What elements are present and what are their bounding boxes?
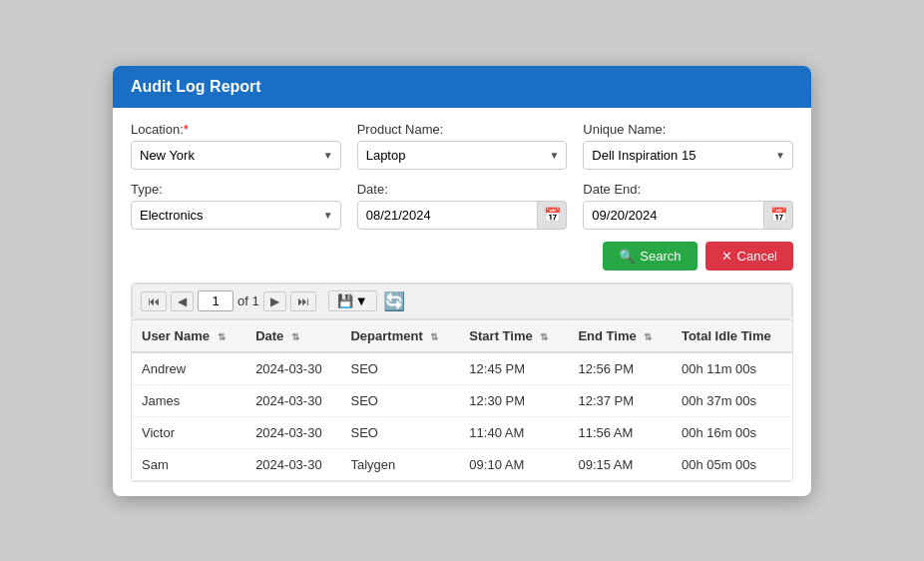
- col-total-idle-time: Total Idle Time: [672, 319, 792, 352]
- cell-start_time: 09:10 AM: [459, 448, 568, 480]
- export-dropdown-icon: ▼: [355, 293, 368, 308]
- export-button[interactable]: 💾 ▼: [328, 290, 377, 311]
- date-end-input[interactable]: [583, 201, 793, 230]
- cell-department: SEO: [340, 384, 459, 416]
- date-end-label: Date End:: [583, 182, 793, 197]
- product-name-select-wrapper: Laptop Desktop Tablet: [357, 141, 568, 170]
- prev-page-button[interactable]: ◀: [171, 291, 194, 311]
- date-label: Date:: [357, 182, 568, 197]
- cell-end_time: 11:56 AM: [568, 416, 671, 448]
- location-group: Location:* New York Los Angeles Chicago: [131, 122, 341, 170]
- sort-icon-start-time: ⇅: [540, 331, 548, 342]
- unique-name-label: Unique Name:: [583, 122, 793, 137]
- location-label: Location:*: [131, 122, 341, 137]
- date-calendar-icon[interactable]: 📅: [537, 201, 567, 230]
- type-select-wrapper: Electronics Software Hardware: [131, 201, 341, 230]
- unique-name-select-wrapper: Dell Inspiration 15 HP Pavilion MacBook …: [583, 141, 793, 170]
- cell-username: Victor: [132, 416, 245, 448]
- required-marker: *: [184, 122, 189, 137]
- pagination-bar: ⏮ ◀ of 1 ▶ ⏭ 💾 ▼ 🔄: [132, 283, 792, 319]
- refresh-button[interactable]: 🔄: [383, 290, 405, 312]
- table-row: Andrew2024-03-30SEO12:45 PM12:56 PM00h 1…: [132, 352, 792, 385]
- search-icon: 🔍: [619, 249, 635, 264]
- first-page-button[interactable]: ⏮: [141, 291, 167, 311]
- page-of-label: of 1: [237, 293, 259, 308]
- last-page-button[interactable]: ⏭: [290, 291, 316, 311]
- product-name-group: Product Name: Laptop Desktop Tablet: [357, 122, 568, 170]
- cell-username: James: [132, 384, 245, 416]
- table-row: Victor2024-03-30SEO11:40 AM11:56 AM00h 1…: [132, 416, 792, 448]
- table-section: ⏮ ◀ of 1 ▶ ⏭ 💾 ▼ 🔄 Use: [131, 282, 793, 482]
- modal-title: Audit Log Report: [131, 78, 261, 95]
- sort-icon-username: ⇅: [218, 331, 226, 342]
- cell-department: SEO: [340, 416, 459, 448]
- date-end-input-wrapper: 📅: [583, 201, 793, 230]
- type-label: Type:: [131, 182, 341, 197]
- cell-date: 2024-03-30: [245, 416, 340, 448]
- cell-start_time: 11:40 AM: [459, 416, 568, 448]
- cell-department: SEO: [340, 352, 459, 385]
- modal-header: Audit Log Report: [113, 66, 811, 108]
- date-end-calendar-icon[interactable]: 📅: [763, 201, 793, 230]
- unique-name-select[interactable]: Dell Inspiration 15 HP Pavilion MacBook …: [583, 141, 793, 170]
- export-icon: 💾: [337, 293, 353, 308]
- col-start-time[interactable]: Start Time ⇅: [459, 319, 568, 352]
- close-icon: ✕: [721, 249, 732, 264]
- cell-total_idle_time: 00h 37m 00s: [672, 384, 792, 416]
- product-name-select[interactable]: Laptop Desktop Tablet: [357, 141, 568, 170]
- next-page-button[interactable]: ▶: [263, 291, 286, 311]
- table-row: James2024-03-30SEO12:30 PM12:37 PM00h 37…: [132, 384, 792, 416]
- form-row-1: Location:* New York Los Angeles Chicago …: [131, 122, 793, 170]
- type-select[interactable]: Electronics Software Hardware: [131, 201, 341, 230]
- cell-total_idle_time: 00h 11m 00s: [672, 352, 792, 385]
- col-end-time[interactable]: End Time ⇅: [568, 319, 671, 352]
- page-number-input[interactable]: [198, 290, 233, 311]
- date-end-group: Date End: 📅: [583, 182, 793, 230]
- col-date[interactable]: Date ⇅: [245, 319, 340, 352]
- type-group: Type: Electronics Software Hardware: [131, 182, 341, 230]
- table-header: User Name ⇅ Date ⇅ Department ⇅ Start: [132, 319, 792, 352]
- form-row-2: Type: Electronics Software Hardware Date…: [131, 182, 793, 230]
- unique-name-group: Unique Name: Dell Inspiration 15 HP Pavi…: [583, 122, 793, 170]
- location-select-wrapper: New York Los Angeles Chicago: [131, 141, 341, 170]
- cell-start_time: 12:45 PM: [459, 352, 568, 385]
- product-name-label: Product Name:: [357, 122, 568, 137]
- cell-date: 2024-03-30: [245, 448, 340, 480]
- sort-icon-department: ⇅: [430, 331, 438, 342]
- sort-icon-date: ⇅: [291, 331, 299, 342]
- modal-body: Location:* New York Los Angeles Chicago …: [113, 108, 811, 496]
- refresh-icon: 🔄: [383, 291, 405, 311]
- table-row: Sam2024-03-30Talygen09:10 AM09:15 AM00h …: [132, 448, 792, 480]
- cell-date: 2024-03-30: [245, 352, 340, 385]
- cell-end_time: 09:15 AM: [568, 448, 671, 480]
- cell-total_idle_time: 00h 16m 00s: [672, 416, 792, 448]
- date-input-wrapper: 📅: [357, 201, 568, 230]
- cell-end_time: 12:37 PM: [568, 384, 671, 416]
- date-group: Date: 📅: [357, 182, 568, 230]
- cell-total_idle_time: 00h 05m 00s: [672, 448, 792, 480]
- table-header-row: User Name ⇅ Date ⇅ Department ⇅ Start: [132, 319, 792, 352]
- cell-end_time: 12:56 PM: [568, 352, 671, 385]
- sort-icon-end-time: ⇅: [644, 331, 652, 342]
- cell-department: Talygen: [340, 448, 459, 480]
- cell-username: Andrew: [132, 352, 245, 385]
- cell-username: Sam: [132, 448, 245, 480]
- search-button[interactable]: 🔍 Search: [603, 242, 696, 271]
- table-body: Andrew2024-03-30SEO12:45 PM12:56 PM00h 1…: [132, 352, 792, 481]
- location-select[interactable]: New York Los Angeles Chicago: [131, 141, 341, 170]
- cancel-button[interactable]: ✕ Cancel: [705, 242, 793, 271]
- cell-date: 2024-03-30: [245, 384, 340, 416]
- data-table: User Name ⇅ Date ⇅ Department ⇅ Start: [132, 319, 792, 481]
- audit-log-modal: Audit Log Report Location:* New York Los…: [113, 66, 811, 496]
- button-row: 🔍 Search ✕ Cancel: [131, 242, 793, 271]
- cell-start_time: 12:30 PM: [459, 384, 568, 416]
- date-input[interactable]: [357, 201, 568, 230]
- col-username[interactable]: User Name ⇅: [132, 319, 245, 352]
- col-department[interactable]: Department ⇅: [340, 319, 459, 352]
